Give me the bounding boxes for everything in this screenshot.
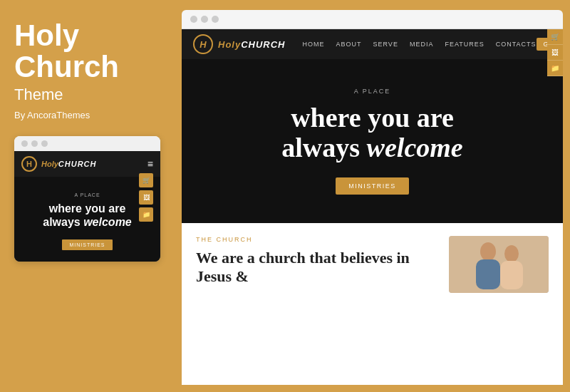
chrome-dot-2 xyxy=(201,16,208,23)
chrome-dot-1 xyxy=(190,16,197,23)
people-svg xyxy=(449,236,549,293)
strip-image-icon[interactable]: 🖼 xyxy=(547,45,563,61)
theme-subtitle: Theme xyxy=(14,86,160,104)
theme-author: By AncoraThemes xyxy=(14,110,160,120)
mini-hamburger-icon: ≡ xyxy=(147,158,153,170)
mini-image-icon[interactable]: 🖼 xyxy=(139,190,153,205)
hero-cta-button[interactable]: MINISTRIES xyxy=(336,177,409,195)
below-title: We are a church that believes in Jesus & xyxy=(196,249,435,287)
browser-chrome-bar xyxy=(182,10,563,29)
dot-yellow xyxy=(31,140,38,147)
right-panel: 🛒 🖼 📁 H HolyCHURCH HOME ABOUT SERVE MEDI… xyxy=(175,0,570,392)
mini-logo: H HolyCHURCH xyxy=(21,156,97,172)
mini-cta-button[interactable]: MINISTRIES xyxy=(62,239,112,250)
chrome-dot-3 xyxy=(212,16,219,23)
mini-hero-title: where you are always welcome xyxy=(23,202,152,229)
mini-browser-bar xyxy=(14,136,160,151)
mini-browser-preview: H HolyCHURCH ≡ A PLACE where you are alw… xyxy=(14,136,160,261)
mini-folder-icon[interactable]: 📁 xyxy=(139,207,153,222)
mini-icon-strip: 🛒 🖼 📁 xyxy=(139,173,153,222)
site-logo-text: HolyCHURCH xyxy=(218,39,286,50)
below-tag: THE CHURCH xyxy=(196,236,435,243)
site-logo: H HolyCHURCH xyxy=(193,34,286,54)
nav-features[interactable]: FEATURES xyxy=(445,41,484,48)
site-below-section: THE CHURCH We are a church that believes… xyxy=(182,223,563,385)
mini-cart-icon[interactable]: 🛒 xyxy=(139,173,153,187)
below-image xyxy=(449,236,549,293)
mini-logo-icon: H xyxy=(21,156,37,172)
hero-title: where you are always welcome xyxy=(281,103,462,163)
site-nav-links: HOME ABOUT SERVE MEDIA FEATURES CONTACTS xyxy=(303,41,537,48)
site-hero: A PLACE where you are always welcome MIN… xyxy=(182,59,563,223)
dot-green xyxy=(41,140,48,147)
svg-point-3 xyxy=(504,245,519,262)
nav-serve[interactable]: SERVE xyxy=(373,41,398,48)
nav-contacts[interactable]: CONTACTS xyxy=(496,41,537,48)
theme-title: Holy Church xyxy=(14,20,160,83)
site-logo-icon: H xyxy=(193,34,213,54)
svg-rect-2 xyxy=(476,259,500,289)
svg-rect-4 xyxy=(500,261,523,289)
nav-about[interactable]: ABOUT xyxy=(336,41,362,48)
hero-a-place: A PLACE xyxy=(354,88,391,95)
below-text: THE CHURCH We are a church that believes… xyxy=(196,236,435,372)
main-right-strip: 🛒 🖼 📁 xyxy=(547,29,563,76)
strip-cart-icon[interactable]: 🛒 xyxy=(547,29,563,45)
mini-a-place: A PLACE xyxy=(23,192,152,197)
mini-logo-text: HolyCHURCH xyxy=(41,160,97,168)
site-nav: H HolyCHURCH HOME ABOUT SERVE MEDIA FEAT… xyxy=(182,29,563,59)
strip-folder-icon[interactable]: 📁 xyxy=(547,61,563,76)
svg-point-1 xyxy=(480,242,496,261)
browser-main: 🛒 🖼 📁 H HolyCHURCH HOME ABOUT SERVE MEDI… xyxy=(182,29,563,385)
nav-home[interactable]: HOME xyxy=(303,41,325,48)
left-panel: Holy Church Theme By AncoraThemes H Holy… xyxy=(0,0,175,392)
dot-red xyxy=(21,140,28,147)
nav-media[interactable]: MEDIA xyxy=(410,41,434,48)
